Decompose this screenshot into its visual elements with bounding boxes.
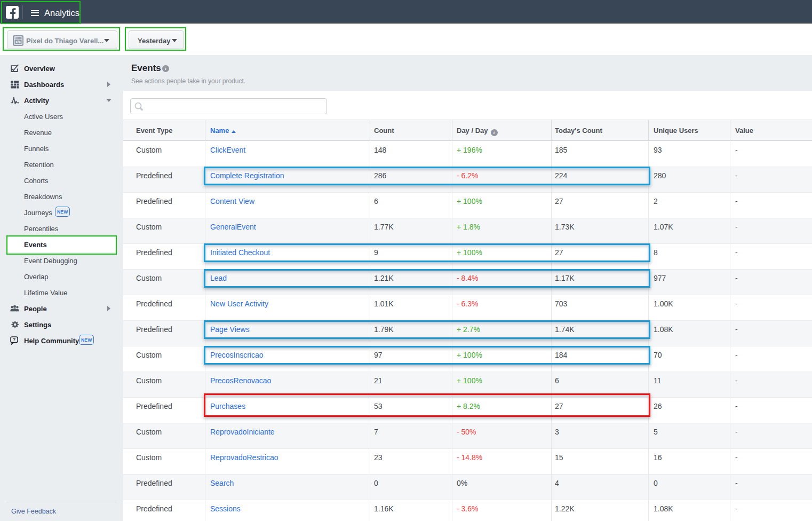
svg-text:</>: </>: [15, 40, 21, 43]
svg-text:?: ?: [13, 337, 15, 342]
